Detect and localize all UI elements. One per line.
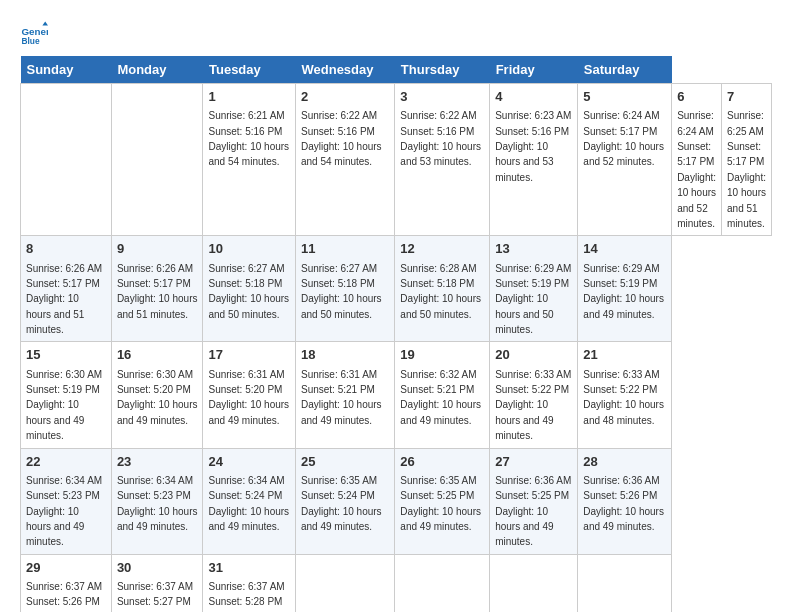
day-info: Sunrise: 6:23 AMSunset: 5:16 PMDaylight:… [495,110,571,183]
day-number: 8 [26,240,106,258]
calendar-cell: 29 Sunrise: 6:37 AMSunset: 5:26 PMDaylig… [21,554,112,612]
calendar-cell [578,554,672,612]
day-info: Sunrise: 6:27 AMSunset: 5:18 PMDaylight:… [301,263,382,320]
day-number: 17 [208,346,290,364]
day-info: Sunrise: 6:22 AMSunset: 5:16 PMDaylight:… [301,110,382,167]
empty-cell [21,84,112,236]
calendar-cell: 11 Sunrise: 6:27 AMSunset: 5:18 PMDaylig… [295,236,394,342]
calendar-cell: 13 Sunrise: 6:29 AMSunset: 5:19 PMDaylig… [490,236,578,342]
calendar-cell: 18 Sunrise: 6:31 AMSunset: 5:21 PMDaylig… [295,342,394,448]
day-number: 21 [583,346,666,364]
day-info: Sunrise: 6:33 AMSunset: 5:22 PMDaylight:… [583,369,664,426]
calendar-cell [490,554,578,612]
day-info: Sunrise: 6:35 AMSunset: 5:25 PMDaylight:… [400,475,481,532]
day-info: Sunrise: 6:29 AMSunset: 5:19 PMDaylight:… [583,263,664,320]
day-info: Sunrise: 6:33 AMSunset: 5:22 PMDaylight:… [495,369,571,442]
day-number: 22 [26,453,106,471]
day-info: Sunrise: 6:37 AMSunset: 5:26 PMDaylight:… [26,581,102,612]
day-number: 13 [495,240,572,258]
header-wednesday: Wednesday [295,56,394,84]
page-header: General Blue [20,20,772,48]
calendar-table: SundayMondayTuesdayWednesdayThursdayFrid… [20,56,772,612]
day-info: Sunrise: 6:24 AMSunset: 5:17 PMDaylight:… [677,110,716,229]
day-info: Sunrise: 6:30 AMSunset: 5:19 PMDaylight:… [26,369,102,442]
calendar-cell [295,554,394,612]
day-info: Sunrise: 6:36 AMSunset: 5:26 PMDaylight:… [583,475,664,532]
calendar-cell: 2 Sunrise: 6:22 AMSunset: 5:16 PMDayligh… [295,84,394,236]
calendar-cell: 24 Sunrise: 6:34 AMSunset: 5:24 PMDaylig… [203,448,296,554]
day-number: 5 [583,88,666,106]
day-info: Sunrise: 6:34 AMSunset: 5:24 PMDaylight:… [208,475,289,532]
header-monday: Monday [111,56,203,84]
header-tuesday: Tuesday [203,56,296,84]
day-info: Sunrise: 6:26 AMSunset: 5:17 PMDaylight:… [26,263,102,336]
day-number: 9 [117,240,198,258]
day-info: Sunrise: 6:35 AMSunset: 5:24 PMDaylight:… [301,475,382,532]
header-friday: Friday [490,56,578,84]
calendar-cell: 12 Sunrise: 6:28 AMSunset: 5:18 PMDaylig… [395,236,490,342]
day-number: 7 [727,88,766,106]
calendar-cell: 27 Sunrise: 6:36 AMSunset: 5:25 PMDaylig… [490,448,578,554]
calendar-cell: 3 Sunrise: 6:22 AMSunset: 5:16 PMDayligh… [395,84,490,236]
calendar-cell: 26 Sunrise: 6:35 AMSunset: 5:25 PMDaylig… [395,448,490,554]
logo: General Blue [20,20,52,48]
day-info: Sunrise: 6:28 AMSunset: 5:18 PMDaylight:… [400,263,481,320]
day-number: 10 [208,240,290,258]
calendar-cell: 8 Sunrise: 6:26 AMSunset: 5:17 PMDayligh… [21,236,112,342]
calendar-cell: 25 Sunrise: 6:35 AMSunset: 5:24 PMDaylig… [295,448,394,554]
calendar-cell: 17 Sunrise: 6:31 AMSunset: 5:20 PMDaylig… [203,342,296,448]
calendar-week-3: 15 Sunrise: 6:30 AMSunset: 5:19 PMDaylig… [21,342,772,448]
calendar-cell: 20 Sunrise: 6:33 AMSunset: 5:22 PMDaylig… [490,342,578,448]
day-number: 6 [677,88,716,106]
day-number: 23 [117,453,198,471]
day-number: 28 [583,453,666,471]
day-info: Sunrise: 6:25 AMSunset: 5:17 PMDaylight:… [727,110,766,229]
calendar-cell: 21 Sunrise: 6:33 AMSunset: 5:22 PMDaylig… [578,342,672,448]
logo-icon: General Blue [20,20,48,48]
calendar-week-1: 1 Sunrise: 6:21 AMSunset: 5:16 PMDayligh… [21,84,772,236]
calendar-cell: 14 Sunrise: 6:29 AMSunset: 5:19 PMDaylig… [578,236,672,342]
calendar-cell: 16 Sunrise: 6:30 AMSunset: 5:20 PMDaylig… [111,342,203,448]
day-info: Sunrise: 6:22 AMSunset: 5:16 PMDaylight:… [400,110,481,167]
svg-marker-2 [42,21,48,25]
day-info: Sunrise: 6:29 AMSunset: 5:19 PMDaylight:… [495,263,571,336]
calendar-week-5: 29 Sunrise: 6:37 AMSunset: 5:26 PMDaylig… [21,554,772,612]
calendar-cell: 30 Sunrise: 6:37 AMSunset: 5:27 PMDaylig… [111,554,203,612]
day-info: Sunrise: 6:21 AMSunset: 5:16 PMDaylight:… [208,110,289,167]
day-number: 29 [26,559,106,577]
day-number: 2 [301,88,389,106]
empty-cell [111,84,203,236]
day-number: 18 [301,346,389,364]
day-info: Sunrise: 6:34 AMSunset: 5:23 PMDaylight:… [117,475,198,532]
day-info: Sunrise: 6:31 AMSunset: 5:21 PMDaylight:… [301,369,382,426]
calendar-cell: 6 Sunrise: 6:24 AMSunset: 5:17 PMDayligh… [672,84,722,236]
calendar-cell: 23 Sunrise: 6:34 AMSunset: 5:23 PMDaylig… [111,448,203,554]
header-sunday: Sunday [21,56,112,84]
day-info: Sunrise: 6:30 AMSunset: 5:20 PMDaylight:… [117,369,198,426]
day-number: 12 [400,240,484,258]
day-number: 26 [400,453,484,471]
day-number: 1 [208,88,290,106]
day-info: Sunrise: 6:37 AMSunset: 5:28 PMDaylight:… [208,581,289,612]
day-info: Sunrise: 6:32 AMSunset: 5:21 PMDaylight:… [400,369,481,426]
calendar-cell: 5 Sunrise: 6:24 AMSunset: 5:17 PMDayligh… [578,84,672,236]
day-info: Sunrise: 6:31 AMSunset: 5:20 PMDaylight:… [208,369,289,426]
day-number: 19 [400,346,484,364]
calendar-cell: 9 Sunrise: 6:26 AMSunset: 5:17 PMDayligh… [111,236,203,342]
day-number: 16 [117,346,198,364]
svg-text:Blue: Blue [21,36,39,46]
day-number: 24 [208,453,290,471]
day-number: 15 [26,346,106,364]
day-info: Sunrise: 6:24 AMSunset: 5:17 PMDaylight:… [583,110,664,167]
calendar-cell: 10 Sunrise: 6:27 AMSunset: 5:18 PMDaylig… [203,236,296,342]
day-info: Sunrise: 6:27 AMSunset: 5:18 PMDaylight:… [208,263,289,320]
calendar-cell [395,554,490,612]
calendar-week-2: 8 Sunrise: 6:26 AMSunset: 5:17 PMDayligh… [21,236,772,342]
day-info: Sunrise: 6:36 AMSunset: 5:25 PMDaylight:… [495,475,571,548]
day-info: Sunrise: 6:34 AMSunset: 5:23 PMDaylight:… [26,475,102,548]
header-saturday: Saturday [578,56,672,84]
calendar-header-row: SundayMondayTuesdayWednesdayThursdayFrid… [21,56,772,84]
day-number: 27 [495,453,572,471]
calendar-cell: 31 Sunrise: 6:37 AMSunset: 5:28 PMDaylig… [203,554,296,612]
day-info: Sunrise: 6:26 AMSunset: 5:17 PMDaylight:… [117,263,198,320]
